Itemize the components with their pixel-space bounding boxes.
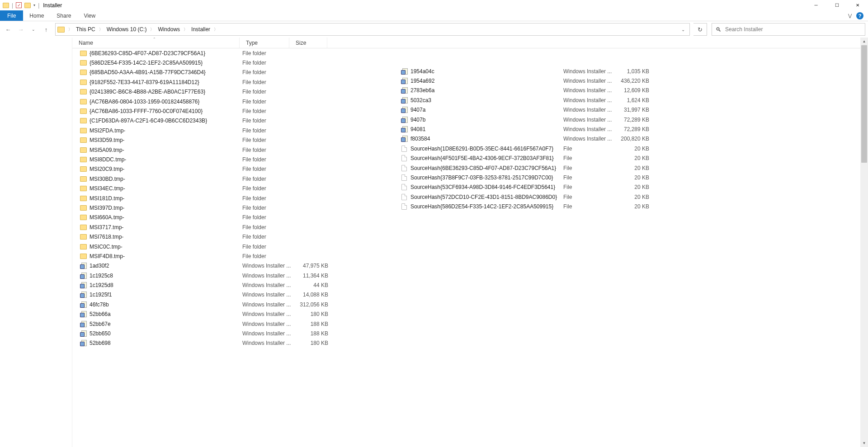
chevron-right-icon[interactable]: 〉	[149, 27, 155, 33]
chevron-right-icon[interactable]: 〉	[67, 27, 73, 33]
list-item[interactable]: 46fc78bWindows Installer ...312,056 KB	[72, 300, 398, 309]
list-item[interactable]: MSI397D.tmp-File folder	[72, 203, 398, 212]
list-item[interactable]: SourceHash{572DCD10-CF2E-43D1-8151-8BD9A…	[398, 192, 723, 202]
list-item[interactable]: MSI34EC.tmp-File folder	[72, 184, 398, 193]
up-button[interactable]: ↑	[41, 24, 52, 35]
column-name[interactable]: Name ⌃	[72, 38, 240, 48]
properties-icon[interactable]: ✓	[16, 2, 22, 8]
tab-view[interactable]: View	[77, 10, 102, 21]
address-dropdown-icon[interactable]: ⌄	[679, 27, 688, 32]
maximize-button[interactable]: ☐	[826, 0, 847, 10]
list-item[interactable]: {C1FD63DA-897A-C2F1-6C49-0B6CC6D2343B}Fi…	[72, 116, 398, 126]
file-list[interactable]: Name ⌃ Type Size {6BE36293-C85D-4F07-AD8…	[72, 38, 868, 447]
list-item[interactable]: SourceHash{4F501F5E-4BA2-4306-9ECF-372B0…	[398, 154, 723, 163]
list-item[interactable]: MSI660A.tmp-File folder	[72, 213, 398, 222]
list-item[interactable]: 94081Windows Installer ...72,289 KB	[398, 124, 723, 134]
list-item[interactable]: f803584Windows Installer ...200,820 KB	[398, 134, 723, 144]
file-tab[interactable]: File	[0, 10, 23, 21]
vertical-scrollbar[interactable]: ▲ ▼	[860, 38, 868, 447]
list-item[interactable]: MSI8DDC.tmp-File folder	[72, 155, 398, 164]
breadcrumb[interactable]: Windows 10 (C:)	[105, 26, 149, 33]
search-input[interactable]: 🔍︎ Search Installer	[712, 23, 865, 36]
list-item[interactable]: MSI181D.tmp-File folder	[72, 193, 398, 203]
list-item[interactable]: 1c1925d8Windows Installer ...44 KB	[72, 280, 398, 290]
list-item[interactable]: MSI3717.tmp-File folder	[72, 222, 398, 232]
list-item[interactable]: 1954a692Windows Installer ...436,220 KB	[398, 76, 723, 85]
list-item[interactable]: MSI20C9.tmp-File folder	[72, 165, 398, 174]
scroll-down-icon[interactable]: ▼	[860, 439, 868, 447]
title-bar: | ✓ ▾ | Installer ─ ☐ ✕	[0, 0, 868, 10]
list-item[interactable]: MSI3D59.tmp-File folder	[72, 136, 398, 145]
forward-button[interactable]: →	[15, 24, 26, 35]
item-name: MSIC0C.tmp-	[90, 244, 242, 250]
help-icon[interactable]: ?	[856, 12, 863, 19]
breadcrumb[interactable]: This PC	[74, 26, 97, 33]
expand-ribbon-icon[interactable]: ⋁	[848, 13, 852, 18]
breadcrumb[interactable]: Installer	[189, 26, 212, 33]
refresh-button[interactable]: ↻	[693, 23, 707, 36]
list-item[interactable]: SourceHash{1D8E6291-B0D5-35EC-8441-6616F…	[398, 144, 723, 153]
scroll-up-icon[interactable]: ▲	[860, 38, 868, 45]
list-item[interactable]: 1ad30f2Windows Installer ...47,975 KB	[72, 261, 398, 271]
list-item[interactable]: MSIF4D8.tmp-File folder	[72, 251, 398, 261]
list-item[interactable]: SourceHash{6BE36293-C85D-4F07-AD87-D23C7…	[398, 163, 723, 173]
list-item[interactable]: 2783eb6aWindows Installer ...12,609 KB	[398, 86, 723, 95]
minimize-button[interactable]: ─	[806, 0, 826, 10]
list-item[interactable]: 52bb67eWindows Installer ...188 KB	[72, 319, 398, 329]
list-item[interactable]: MSIC0C.tmp-File folder	[72, 242, 398, 251]
close-button[interactable]: ✕	[847, 0, 868, 10]
list-item[interactable]: {AC76BA86-1033-FFFF-7760-0C0F074E4100}Fi…	[72, 106, 398, 116]
list-item[interactable]: SourceHash{586D2E54-F335-14C2-1EF2-2C85A…	[398, 202, 723, 211]
list-item[interactable]: MSI30BD.tmp-File folder	[72, 174, 398, 184]
list-item[interactable]: 5032ca3Windows Installer ...1,624 KB	[398, 95, 723, 105]
item-name: 1ad30f2	[90, 263, 242, 269]
list-item[interactable]: {685BAD50-A3AA-4B91-A15B-77F9DC7346D4}Fi…	[72, 68, 398, 77]
back-button[interactable]: ←	[3, 24, 14, 35]
list-item[interactable]: MSI7618.tmp-File folder	[72, 232, 398, 241]
list-item[interactable]: 1c1925c8Windows Installer ...11,364 KB	[72, 271, 398, 280]
list-item[interactable]: 1c1925f1Windows Installer ...14,088 KB	[72, 290, 398, 300]
chevron-right-icon[interactable]: 〉	[183, 27, 189, 33]
list-item[interactable]: 52bb698Windows Installer ...180 KB	[72, 339, 398, 348]
item-size: 44 KB	[291, 282, 329, 288]
address-bar[interactable]: 〉 This PC 〉 Windows 10 (C:) 〉 Windows 〉 …	[55, 23, 690, 36]
navigation-bar: ← → ⌄ ↑ 〉 This PC 〉 Windows 10 (C:) 〉 Wi…	[0, 21, 868, 38]
list-item[interactable]: 52bb66aWindows Installer ...180 KB	[72, 310, 398, 319]
tab-share[interactable]: Share	[50, 10, 77, 21]
item-type: File folder	[242, 253, 291, 259]
list-item[interactable]: 9407bWindows Installer ...72,289 KB	[398, 115, 723, 124]
item-name: MSI7618.tmp-	[90, 234, 242, 240]
list-item[interactable]: {0241389C-B6C8-4B88-A2BE-AB0AC1F77E63}Fi…	[72, 87, 398, 97]
column-type[interactable]: Type	[240, 38, 289, 48]
chevron-right-icon[interactable]: 〉	[213, 27, 219, 33]
folder-icon[interactable]	[24, 3, 31, 8]
list-item[interactable]: {586D2E54-F335-14C2-1EF2-2C85AA509915}Fi…	[72, 58, 398, 67]
item-name: f803584	[410, 136, 563, 142]
list-item[interactable]: SourceHash{53CF6934-A98D-3D84-9146-FC4ED…	[398, 183, 723, 192]
column-size[interactable]: Size	[289, 38, 327, 48]
scroll-thumb[interactable]	[861, 45, 867, 163]
list-item[interactable]: 52bb650Windows Installer ...188 KB	[72, 329, 398, 338]
chevron-right-icon[interactable]: 〉	[98, 27, 104, 33]
list-item[interactable]: SourceHash{37B8F9C7-03FB-3253-8781-2517C…	[398, 173, 723, 182]
list-item[interactable]: {AC76BA86-0804-1033-1959-001824458876}Fi…	[72, 97, 398, 106]
quick-access-toolbar: | ✓ ▾ |	[3, 2, 39, 9]
list-item[interactable]: 9407aWindows Installer ...31,997 KB	[398, 105, 723, 115]
item-name: {6BE36293-C85D-4F07-AD87-D23C79CF56A1}	[90, 50, 242, 56]
breadcrumb[interactable]: Windows	[156, 26, 182, 33]
item-type: File folder	[242, 137, 291, 143]
item-name: SourceHash{4F501F5E-4BA2-4306-9ECF-372B0…	[410, 155, 563, 161]
navigation-pane[interactable]	[0, 38, 72, 447]
list-item[interactable]: 1954a04cWindows Installer ...1,035 KB	[398, 66, 723, 76]
qat-dropdown-icon[interactable]: ▾	[33, 3, 35, 7]
recent-locations-button[interactable]: ⌄	[28, 24, 39, 35]
item-size: 20 KB	[612, 155, 650, 161]
list-item[interactable]: MSI2FDA.tmp-File folder	[72, 126, 398, 135]
item-size: 20 KB	[612, 174, 650, 181]
item-size: 188 KB	[291, 321, 329, 327]
list-item[interactable]: {9182F552-7E33-4417-8379-619A11184D12}Fi…	[72, 77, 398, 87]
tab-home[interactable]: Home	[23, 10, 50, 21]
item-type: File folder	[242, 195, 291, 202]
list-item[interactable]: MSI5A09.tmp-File folder	[72, 145, 398, 155]
list-item[interactable]: {6BE36293-C85D-4F07-AD87-D23C79CF56A1}Fi…	[72, 48, 398, 58]
